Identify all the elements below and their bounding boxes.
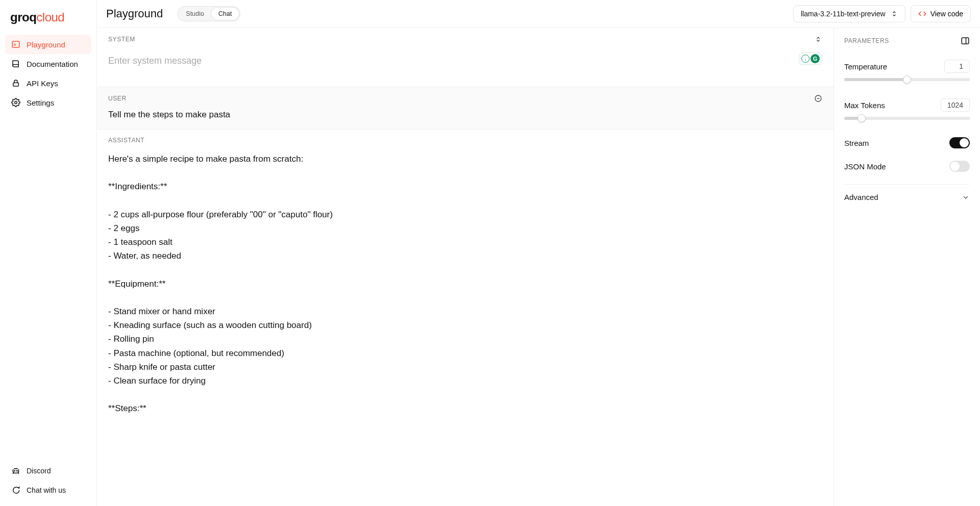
tab-chat[interactable]: Chat xyxy=(211,8,239,20)
main: Playground Studio Chat llama-3.2-11b-tex… xyxy=(97,0,980,506)
stream-toggle[interactable] xyxy=(949,137,970,148)
chevron-up-down-icon xyxy=(891,10,898,17)
max-tokens-value[interactable]: 1024 xyxy=(941,98,970,112)
mode-segment: Studio Chat xyxy=(177,6,240,21)
advanced-label: Advanced xyxy=(844,193,878,201)
view-code-label: View code xyxy=(930,10,963,18)
discord-icon xyxy=(11,466,20,475)
parameters-panel: PARAMETERS Temperature 1 xyxy=(834,28,980,506)
temperature-slider[interactable] xyxy=(844,78,970,81)
model-selector-label: llama-3.2-11b-text-preview xyxy=(801,10,886,18)
system-label: SYSTEM xyxy=(108,36,135,43)
svg-point-3 xyxy=(14,470,15,471)
json-mode-label: JSON Mode xyxy=(844,162,886,171)
grammarly-badge-icon: G xyxy=(811,54,820,63)
sidebar: groqcloud Playground Documentation API K… xyxy=(0,0,97,506)
svg-rect-0 xyxy=(12,41,19,47)
view-code-button[interactable]: View code xyxy=(911,5,971,22)
chat-icon xyxy=(11,486,20,495)
sidebar-item-label: Playground xyxy=(27,40,65,49)
sidebar-item-label: Chat with us xyxy=(27,486,66,494)
panel-toggle-icon[interactable] xyxy=(961,36,970,45)
model-selector[interactable]: llama-3.2-11b-text-preview xyxy=(793,5,905,22)
chevron-down-icon xyxy=(962,193,970,201)
sidebar-item-playground[interactable]: Playground xyxy=(5,35,91,54)
svg-rect-1 xyxy=(13,83,19,86)
assistant-label: ASSISTANT xyxy=(108,137,144,144)
page-title: Playground xyxy=(106,7,163,20)
assistant-message-text: Here's a simple recipe to make pasta fro… xyxy=(97,147,834,431)
advanced-toggle[interactable]: Advanced xyxy=(844,193,970,201)
gear-icon xyxy=(11,98,20,107)
temperature-value[interactable]: 1 xyxy=(944,60,970,73)
svg-rect-6 xyxy=(962,38,969,44)
tab-studio[interactable]: Studio xyxy=(179,8,211,20)
user-section: USER Tell me the steps to make pasta xyxy=(97,87,834,130)
sidebar-item-settings[interactable]: Settings xyxy=(5,93,91,112)
lock-icon xyxy=(11,79,20,88)
sidebar-item-label: Settings xyxy=(27,98,54,107)
json-mode-toggle[interactable] xyxy=(949,161,970,172)
sidebar-item-documentation[interactable]: Documentation xyxy=(5,54,91,73)
param-json-mode: JSON Mode xyxy=(844,161,970,172)
svg-point-4 xyxy=(17,470,18,471)
sidebar-item-discord[interactable]: Discord xyxy=(5,461,91,480)
logo-text-left: groq xyxy=(10,10,36,24)
collapse-icon[interactable] xyxy=(814,35,822,43)
user-label: USER xyxy=(108,95,127,102)
max-tokens-label: Max Tokens xyxy=(844,101,885,110)
user-message-text[interactable]: Tell me the steps to make pasta xyxy=(97,106,834,129)
conversation-panel: SYSTEM ↓ G USER xyxy=(97,28,834,506)
logo-text-right: cloud xyxy=(36,10,64,24)
header: Playground Studio Chat llama-3.2-11b-tex… xyxy=(97,0,980,28)
parameters-heading: PARAMETERS xyxy=(844,37,889,44)
divider xyxy=(844,184,970,185)
code-icon xyxy=(918,10,926,18)
stream-label: Stream xyxy=(844,139,869,147)
sidebar-item-label: Discord xyxy=(27,467,51,475)
logo: groqcloud xyxy=(5,6,91,35)
terminal-icon xyxy=(11,40,20,49)
grammarly-widget[interactable]: ↓ G xyxy=(799,53,822,65)
system-section: SYSTEM ↓ G xyxy=(97,28,834,87)
assistant-section: ASSISTANT Here's a simple recipe to make… xyxy=(97,130,834,431)
sidebar-item-chat-with-us[interactable]: Chat with us xyxy=(5,480,91,500)
sidebar-item-label: API Keys xyxy=(27,79,58,88)
remove-message-icon[interactable] xyxy=(814,94,822,103)
sidebar-item-label: Documentation xyxy=(27,60,78,68)
svg-point-2 xyxy=(15,102,17,104)
system-message-input[interactable] xyxy=(108,56,822,66)
max-tokens-slider[interactable] xyxy=(844,117,970,120)
grammarly-arrow-icon: ↓ xyxy=(801,55,810,63)
param-stream: Stream xyxy=(844,137,970,148)
param-temperature: Temperature 1 xyxy=(844,60,970,81)
temperature-label: Temperature xyxy=(844,62,887,71)
param-max-tokens: Max Tokens 1024 xyxy=(844,98,970,120)
sidebar-item-api-keys[interactable]: API Keys xyxy=(5,73,91,93)
book-icon xyxy=(11,59,20,68)
